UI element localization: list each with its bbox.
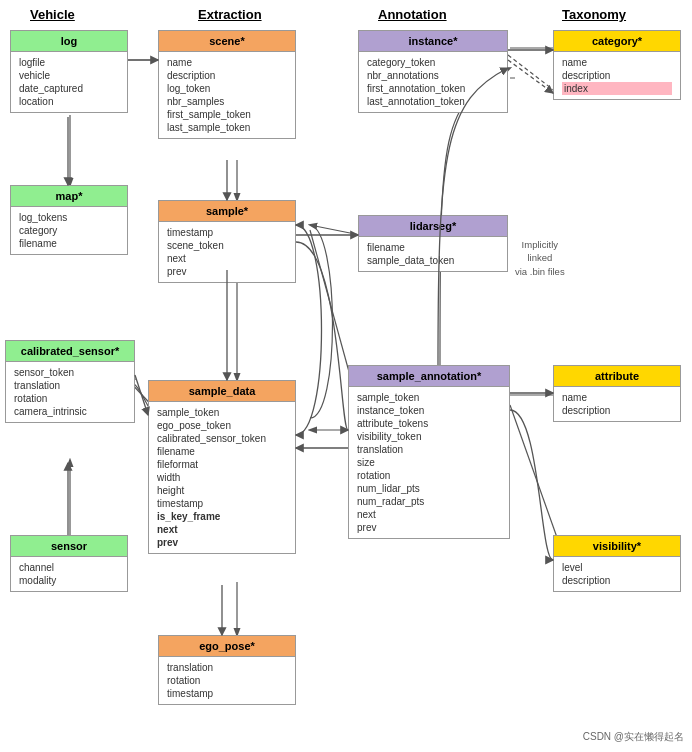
field-calibrated-sensor-token: calibrated_sensor_token [157, 432, 287, 445]
field-log-tokens: log_tokens [19, 211, 119, 224]
field-attribute-tokens: attribute_tokens [357, 417, 501, 430]
section-annotation: Annotation [378, 7, 447, 22]
field-nbr-samples: nbr_samples [167, 95, 287, 108]
field-sa-prev: prev [357, 521, 501, 534]
entity-calibrated-sensor: calibrated_sensor* sensor_token translat… [5, 340, 135, 423]
field-rotation: rotation [14, 392, 126, 405]
field-timestamp: timestamp [167, 226, 287, 239]
entity-log: log logfile vehicle date_captured locati… [10, 30, 128, 113]
entity-sensor-body: channel modality [11, 557, 127, 591]
field-first-annotation-token: first_annotation_token [367, 82, 499, 95]
field-name: name [167, 56, 287, 69]
entity-category-body: name description index [554, 52, 680, 99]
field-filename: filename [19, 237, 119, 250]
entity-sample-annotation: sample_annotation* sample_token instance… [348, 365, 510, 539]
field-is-key-frame: is_key_frame [157, 510, 287, 523]
entity-map-body: log_tokens category filename [11, 207, 127, 254]
field-date-captured: date_captured [19, 82, 119, 95]
entity-ego-pose-header: ego_pose* [159, 636, 295, 657]
field-ep-rotation: rotation [167, 674, 287, 687]
field-num-lidar-pts: num_lidar_pts [357, 482, 501, 495]
entity-attribute-body: name description [554, 387, 680, 421]
watermark: CSDN @实在懒得起名 [583, 730, 684, 744]
entity-sample-annotation-header: sample_annotation* [349, 366, 509, 387]
field-logfile: logfile [19, 56, 119, 69]
field-ls-filename: filename [367, 241, 499, 254]
entity-sample-data-header: sample_data [149, 381, 295, 402]
entity-scene: scene* name description log_token nbr_sa… [158, 30, 296, 139]
entity-ego-pose-body: translation rotation timestamp [159, 657, 295, 704]
entity-lidarseg: lidarseg* filename sample_data_token [358, 215, 508, 272]
field-visibility-token: visibility_token [357, 430, 501, 443]
entity-sample-data: sample_data sample_token ego_pose_token … [148, 380, 296, 554]
entity-calibrated-sensor-body: sensor_token translation rotation camera… [6, 362, 134, 422]
field-sa-translation: translation [357, 443, 501, 456]
entity-attribute-header: attribute [554, 366, 680, 387]
field-size: size [357, 456, 501, 469]
entity-calibrated-sensor-header: calibrated_sensor* [6, 341, 134, 362]
entity-log-header: log [11, 31, 127, 52]
implicit-linked-text: Implicitlylinkedvia .bin files [515, 238, 565, 278]
field-height: height [157, 484, 287, 497]
field-nbr-annotations: nbr_annotations [367, 69, 499, 82]
entity-visibility: visibility* level description [553, 535, 681, 592]
field-level: level [562, 561, 672, 574]
field-translation: translation [14, 379, 126, 392]
field-scene-token: scene_token [167, 239, 287, 252]
entity-sensor-header: sensor [11, 536, 127, 557]
diagram-container: Vehicle Extraction Annotation Taxonomy [0, 0, 692, 752]
field-vis-description: description [562, 574, 672, 587]
field-last-annotation-token: last_annotation_token [367, 95, 499, 108]
field-camera-intrinsic: camera_intrinsic [14, 405, 126, 418]
field-sa-next: next [357, 508, 501, 521]
field-sd-next: next [157, 523, 287, 536]
entity-sensor: sensor channel modality [10, 535, 128, 592]
entity-lidarseg-body: filename sample_data_token [359, 237, 507, 271]
entity-sample-data-body: sample_token ego_pose_token calibrated_s… [149, 402, 295, 553]
entity-category-header: category* [554, 31, 680, 52]
field-sample-data-token: sample_data_token [367, 254, 499, 267]
field-sd-filename: filename [157, 445, 287, 458]
field-last-sample-token: last_sample_token [167, 121, 287, 134]
entity-category: category* name description index [553, 30, 681, 100]
field-description: description [167, 69, 287, 82]
field-first-sample-token: first_sample_token [167, 108, 287, 121]
field-fileformat: fileformat [157, 458, 287, 471]
field-log-token: log_token [167, 82, 287, 95]
entity-sample-annotation-body: sample_token instance_token attribute_to… [349, 387, 509, 538]
entity-instance: instance* category_token nbr_annotations… [358, 30, 508, 113]
field-modality: modality [19, 574, 119, 587]
field-next: next [167, 252, 287, 265]
entity-visibility-header: visibility* [554, 536, 680, 557]
field-ego-pose-token: ego_pose_token [157, 419, 287, 432]
section-vehicle: Vehicle [30, 7, 75, 22]
entity-sample: sample* timestamp scene_token next prev [158, 200, 296, 283]
field-num-radar-pts: num_radar_pts [357, 495, 501, 508]
entity-lidarseg-header: lidarseg* [359, 216, 507, 237]
entity-instance-body: category_token nbr_annotations first_ann… [359, 52, 507, 112]
entity-visibility-body: level description [554, 557, 680, 591]
field-attr-name: name [562, 391, 672, 404]
field-sa-sample-token: sample_token [357, 391, 501, 404]
field-attr-description: description [562, 404, 672, 417]
field-index: index [562, 82, 672, 95]
entity-attribute: attribute name description [553, 365, 681, 422]
field-width: width [157, 471, 287, 484]
field-category: category [19, 224, 119, 237]
field-channel: channel [19, 561, 119, 574]
field-cat-description: description [562, 69, 672, 82]
entity-log-body: logfile vehicle date_captured location [11, 52, 127, 112]
entity-map: map* log_tokens category filename [10, 185, 128, 255]
field-vehicle: vehicle [19, 69, 119, 82]
field-ep-translation: translation [167, 661, 287, 674]
field-location: location [19, 95, 119, 108]
entity-sample-body: timestamp scene_token next prev [159, 222, 295, 282]
entity-scene-body: name description log_token nbr_samples f… [159, 52, 295, 138]
entity-instance-header: instance* [359, 31, 507, 52]
field-sd-prev: prev [157, 536, 287, 549]
field-sd-sample-token: sample_token [157, 406, 287, 419]
section-extraction: Extraction [198, 7, 262, 22]
field-ep-timestamp: timestamp [167, 687, 287, 700]
field-sensor-token: sensor_token [14, 366, 126, 379]
field-inst-category-token: category_token [367, 56, 499, 69]
